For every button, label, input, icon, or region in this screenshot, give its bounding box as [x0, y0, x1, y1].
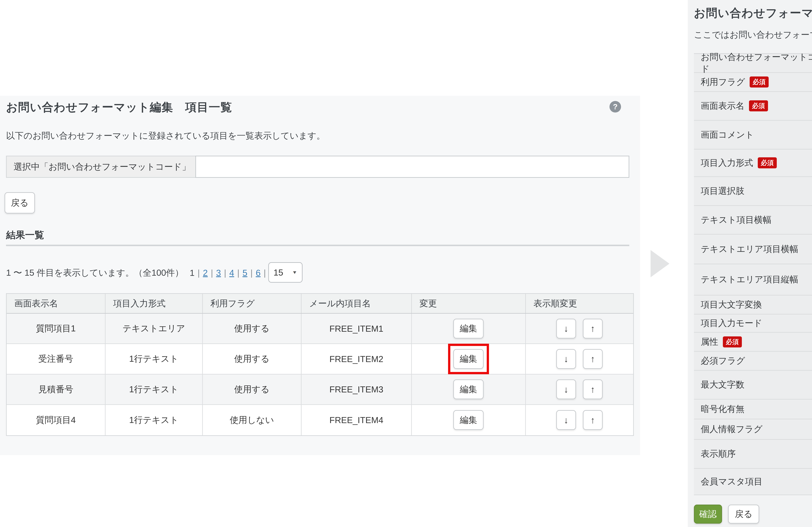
move-up-button[interactable]: ↑: [583, 379, 603, 399]
edit-button[interactable]: 編集: [453, 349, 484, 369]
edit-button[interactable]: 編集: [453, 319, 484, 338]
cell-mail-item: FREE_ITEM1: [302, 314, 412, 343]
pagination-page-link[interactable]: 6: [256, 268, 261, 278]
item-list-panel: お問い合わせフォーマット編集 項目一覧 ? 以下のお問い合わせフォーマットに登録…: [0, 96, 640, 455]
page-description: 以下のお問い合わせフォーマットに登録されている項目を一覧表示しています。: [6, 130, 325, 142]
cell-mail-item: FREE_ITEM2: [302, 344, 412, 374]
field-label: お問い合わせフォーマットコード: [701, 51, 812, 75]
items-table: 画面表示名 項目入力形式 利用フラグ メール内項目名 変更 表示順変更 質問項目…: [6, 293, 634, 436]
cell-display-name: 質問項目4: [7, 405, 105, 435]
field-label: 項目入力モード: [701, 317, 762, 329]
cell-input-type: 1行テキスト: [105, 405, 203, 435]
move-down-button[interactable]: ↓: [556, 349, 576, 369]
form-row-choices: 項目選択肢i (全角2000文字まで): [694, 177, 812, 206]
field-label: テキストエリア項目横幅: [701, 243, 798, 255]
form-row-textarea-height: テキストエリア項目縦幅i (100までの数値): [694, 264, 812, 295]
move-up-button[interactable]: ↑: [583, 349, 603, 369]
item-edit-panel: お問い合わせフォーマット編集 項目編集 ? ここではお問い合わせフォーマットの各…: [688, 0, 812, 527]
field-label: 項目選択肢: [701, 185, 744, 197]
col-header-change: 変更: [412, 294, 526, 313]
field-label: 項目大文字変換: [701, 299, 762, 311]
move-down-button[interactable]: ↓: [556, 319, 576, 338]
form-row-display-order: 表示順序i: [694, 440, 812, 469]
pagination-summary: 1 〜 15 件目を表示しています。（全100件）: [6, 267, 184, 279]
field-label: テキスト項目横幅: [701, 214, 771, 226]
edit-button[interactable]: 編集: [453, 379, 484, 399]
edit-page-title: お問い合わせフォーマット編集 項目編集: [694, 5, 812, 21]
form-row-text-width: テキスト項目横幅i (200までの数値): [694, 206, 812, 235]
form-row-encryption: 暗号化有無i 暗号化する: [694, 399, 812, 419]
cell-display-name: 質問項目1: [7, 314, 105, 343]
page-size-value: 15: [274, 267, 283, 277]
back-button[interactable]: 戻る: [728, 504, 759, 524]
form-row-member-master: 会員マスタ項目i ▼: [694, 469, 812, 495]
page-title: お問い合わせフォーマット編集 項目一覧: [6, 100, 232, 115]
table-row: 見積番号 1行テキスト 使用する FREE_ITEM3 編集 ↓ ↑: [7, 375, 633, 405]
col-header-display-name: 画面表示名: [7, 294, 105, 313]
pagination-page-link[interactable]: 2: [203, 268, 208, 278]
chevron-down-icon: ▼: [292, 270, 297, 275]
cell-use-flag: 使用する: [203, 375, 302, 404]
cell-use-flag: 使用する: [203, 314, 302, 343]
field-label: 利用フラグ: [701, 76, 745, 88]
move-up-button[interactable]: ↑: [583, 319, 603, 338]
cell-display-name: 受注番号: [7, 344, 105, 374]
edit-button-highlight: 編集: [453, 410, 484, 430]
selected-format-value: [195, 156, 629, 178]
cell-use-flag: 使用する: [203, 344, 302, 374]
selected-format-label: 選択中「お問い合わせフォーマットコード」: [6, 156, 195, 178]
move-down-button[interactable]: ↓: [556, 410, 576, 430]
field-label: 属性: [701, 336, 718, 348]
form-row-attribute: 属性必須i 半角 全角 数値 日付 電話番号 メールアドレス コード 日時: [694, 333, 812, 352]
field-label: テキストエリア項目縦幅: [701, 274, 798, 286]
divider: [6, 245, 629, 246]
col-header-use-flag: 利用フラグ: [203, 294, 302, 313]
table-row: 質問項目4 1行テキスト 使用しない FREE_ITEM4 編集 ↓ ↑: [7, 405, 633, 435]
required-badge: 必須: [758, 157, 777, 169]
form-row-use-flag: 利用フラグ必須 使用しない 使用する: [694, 73, 812, 92]
cell-input-type: 1行テキスト: [105, 375, 203, 404]
screen: お問い合わせフォーマット編集 項目一覧 ? 以下のお問い合わせフォーマットに登録…: [0, 0, 812, 527]
form-row-format-code: お問い合わせフォーマットコード必須: [694, 54, 812, 73]
pagination-page-link[interactable]: 4: [229, 268, 234, 278]
cell-mail-item: FREE_ITEM3: [302, 375, 412, 404]
table-body: 質問項目1 テキストエリア 使用する FREE_ITEM1 編集 ↓ ↑: [7, 314, 633, 435]
move-down-button[interactable]: ↓: [556, 379, 576, 399]
form-row-max-length: 最大文字数i (40000までの数値): [694, 371, 812, 399]
back-button[interactable]: 戻る: [4, 192, 35, 214]
page-size-select[interactable]: 15 ▼: [268, 262, 303, 283]
table-row: 質問項目1 テキストエリア 使用する FREE_ITEM1 編集 ↓ ↑: [7, 314, 633, 344]
form-row-display-name: 画面表示名必須 (全角100文字まで): [694, 92, 812, 121]
form-row-uppercase: 項目大文字変換i 大文字変換する: [694, 295, 812, 314]
table-row: 受注番号 1行テキスト 使用する FREE_ITEM2 編集 ↓ ↑: [7, 344, 633, 375]
move-up-button[interactable]: ↑: [583, 410, 603, 430]
table-header-row: 画面表示名 項目入力形式 利用フラグ メール内項目名 変更 表示順変更: [7, 294, 633, 314]
col-header-mail-item: メール内項目名: [302, 294, 412, 313]
pagination: 1 〜 15 件目を表示しています。（全100件） 1 |2|3|4|5|6|7…: [6, 262, 629, 283]
pagination-page-link[interactable]: 3: [216, 268, 221, 278]
pagination-page-link[interactable]: 5: [243, 268, 247, 278]
field-label: 暗号化有無: [701, 403, 744, 415]
selected-format-row: 選択中「お問い合わせフォーマットコード」: [6, 156, 629, 178]
cell-mail-item: FREE_ITEM4: [302, 405, 412, 435]
edit-button[interactable]: 編集: [453, 410, 484, 430]
required-badge: 必須: [723, 336, 742, 348]
field-label: 会員マスタ項目: [701, 476, 763, 487]
form-row-required-flag: 必須フラグi 必須入力: [694, 352, 812, 371]
confirm-button[interactable]: 確認: [694, 504, 722, 524]
edit-form: お問い合わせフォーマットコード必須 利用フラグ必須 使用しない 使用する 画面表…: [694, 53, 812, 495]
col-header-input-type: 項目入力形式: [105, 294, 203, 313]
col-header-order-change: 表示順変更: [526, 294, 633, 313]
edit-button-highlight: 編集: [453, 379, 484, 399]
help-icon[interactable]: ?: [609, 101, 621, 112]
field-label: 個人情報フラグ: [701, 423, 763, 435]
form-row-textarea-width: テキストエリア項目横幅i (200までの数値): [694, 235, 812, 264]
results-heading: 結果一覧: [6, 229, 44, 241]
edit-button-highlight: 編集: [453, 349, 484, 369]
cell-input-type: 1行テキスト: [105, 344, 203, 374]
field-label: 最大文字数: [701, 379, 744, 391]
pagination-current-page: 1: [190, 268, 194, 278]
edit-page-description: ここではお問い合わせフォーマットの各項目の編集を行います。: [694, 29, 812, 41]
action-bar: 確認 戻る クリア: [694, 504, 812, 524]
field-label: 必須フラグ: [701, 355, 745, 367]
